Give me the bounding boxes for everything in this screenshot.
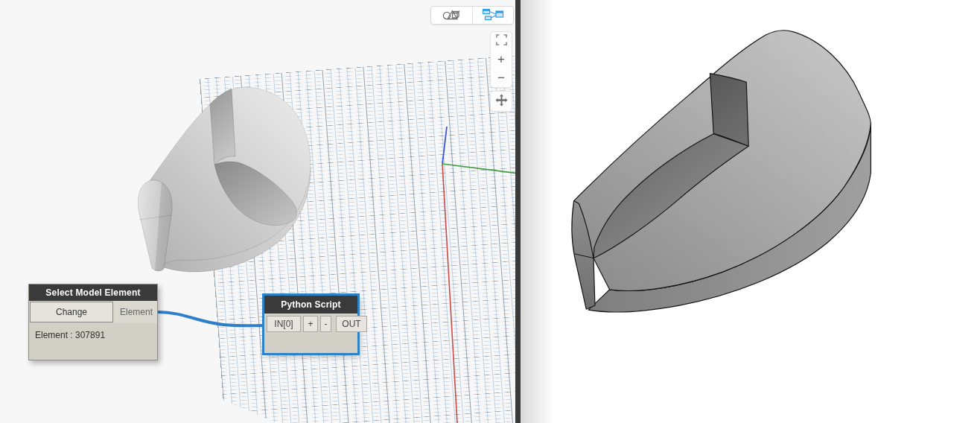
pan-button[interactable] [490, 91, 512, 112]
remove-input-button[interactable]: - [320, 316, 331, 332]
node-title[interactable]: Python Script [264, 296, 357, 314]
revit-model-solid [562, 19, 882, 324]
element-value-text: Element : 307891 [29, 323, 157, 347]
node-python-script[interactable]: Python Script IN[0] + - OUT [264, 296, 357, 353]
zoom-controls: + − [490, 31, 512, 88]
zoom-out-button[interactable]: − [491, 69, 512, 87]
change-button[interactable]: Change [30, 302, 113, 322]
graph-view-button[interactable] [472, 7, 514, 24]
geometry-preview-button[interactable] [431, 7, 472, 24]
fit-view-icon [496, 34, 507, 48]
pan-icon [495, 94, 508, 109]
node-title[interactable]: Select Model Element [29, 284, 157, 301]
application-window: Select Model Element Change Element Elem… [0, 0, 980, 423]
geometry-preview-icon [442, 7, 461, 24]
node-select-model-element[interactable]: Select Model Element Change Element Elem… [28, 284, 158, 360]
pane-edge-shadow [521, 0, 565, 423]
dynamo-3d-viewport[interactable]: Select Model Element Change Element Elem… [0, 0, 515, 423]
view-mode-toolbar [430, 6, 514, 25]
window-divider [515, 0, 521, 423]
in0-input-port[interactable]: IN[0] [267, 316, 301, 332]
fit-view-button[interactable] [491, 32, 512, 50]
out-output-port[interactable]: OUT [336, 316, 367, 332]
add-input-button[interactable]: + [303, 316, 318, 332]
zoom-in-button[interactable]: + [491, 51, 512, 69]
element-output-port[interactable]: Element [114, 301, 157, 323]
revit-3d-view[interactable] [521, 0, 980, 423]
graph-view-icon [482, 7, 504, 24]
